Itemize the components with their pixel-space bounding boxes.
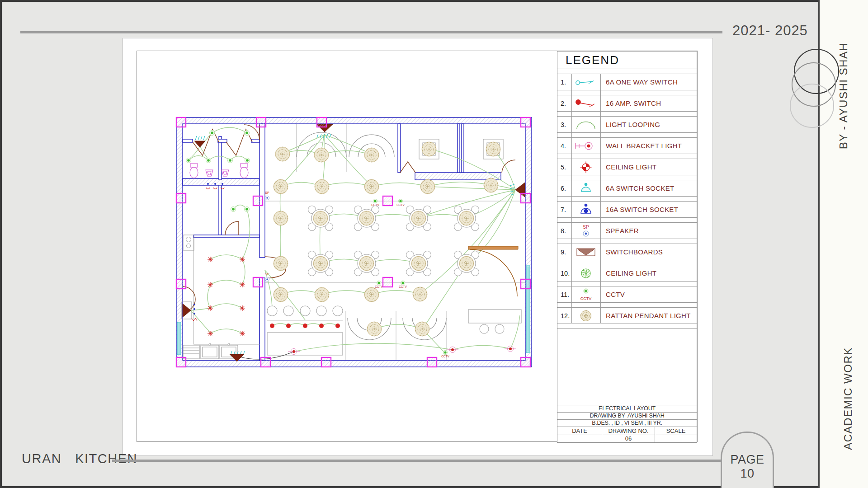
legend-item-label: LIGHT LOOPING xyxy=(600,121,697,128)
legend-item-number: 1. xyxy=(557,79,571,86)
project-title-word1: URAN xyxy=(22,451,61,466)
project-title-word2: KITCHEN xyxy=(75,451,137,466)
title-block-date-value xyxy=(557,435,602,442)
page-number: PAGE 10 xyxy=(722,453,773,481)
legend-item-label: 16 AMP. SWITCH xyxy=(600,99,697,107)
legend-row-spacer xyxy=(557,133,697,138)
legend-item-9: 9. SWITCHBOARDS xyxy=(557,244,697,260)
svg-text:SP: SP xyxy=(583,225,589,230)
legend-item-number: 3. xyxy=(557,121,571,128)
svg-text:CCTV: CCTV xyxy=(441,355,449,358)
legend-item-label: CCTV xyxy=(600,291,697,298)
legend-row-spacer xyxy=(557,324,697,329)
title-block-drawing-title: ELECTRICAL LAYOUT xyxy=(557,405,697,413)
legend-spacer xyxy=(557,69,697,74)
legend-item-8: 8.SP SPEAKER xyxy=(557,223,697,239)
legend-item-4: 4. WALL BRACKET LIGHT xyxy=(557,138,697,154)
legend-item-1: 1. 6A ONE WAY SWITCH xyxy=(557,74,697,90)
legend-item-7: 7. 16A SWITCH SOCKET xyxy=(557,202,697,218)
legend-row-spacer xyxy=(557,218,697,223)
legend-title: LEGEND xyxy=(557,52,697,69)
light-looping-icon xyxy=(571,117,600,132)
speaker-icon: SP xyxy=(571,223,600,239)
legend-item-6: 6. 6A SWITCH SOCKET xyxy=(557,180,697,197)
academic-work-vertical-text: ACADEMIC WORK xyxy=(841,326,855,471)
legend-item-12: 12. RATTAN PENDANT LIGHT xyxy=(557,308,697,324)
legend-item-label: RATTAN PENDANT LIGHT xyxy=(600,312,697,319)
one-way-switch-icon xyxy=(571,75,600,90)
legend-row-spacer xyxy=(557,112,697,117)
page-number-arch: PAGE 10 xyxy=(721,432,774,488)
title-block: ELECTRICAL LAYOUT DRAWING BY- AYUSHI SHA… xyxy=(557,405,697,442)
triple-circles-logo xyxy=(782,41,868,149)
svg-text:SP: SP xyxy=(265,272,269,276)
sixteen-amp-switch-icon xyxy=(571,96,600,111)
legend-row-spacer xyxy=(557,197,697,202)
svg-text:CCTV: CCTV xyxy=(399,285,407,288)
legend-items: 1. 6A ONE WAY SWITCH2. 16 AMP. SWITCH3.L… xyxy=(557,74,697,329)
legend-row-spacer xyxy=(557,303,697,308)
legend-item-label: CEILING LIGHT xyxy=(600,163,697,171)
legend-row-spacer xyxy=(557,90,697,95)
title-block-course: B.DES. , ID , VI SEM , III YR. xyxy=(557,420,697,427)
rattan-pendant-light-icon xyxy=(571,308,600,324)
svg-text:CCTV: CCTV xyxy=(375,285,383,288)
legend-item-2: 2. 16 AMP. SWITCH xyxy=(557,95,697,112)
legend-item-number: 11. xyxy=(557,291,571,298)
legend-item-label: CEILING LIGHT xyxy=(600,269,697,277)
footer-rule xyxy=(112,460,721,462)
legend-row-spacer xyxy=(557,260,697,265)
legend-item-10: 10. CEILING LIGHT xyxy=(557,265,697,282)
page-border-bottom xyxy=(0,486,820,488)
legend-item-label: SPEAKER xyxy=(600,227,697,235)
legend-row-spacer xyxy=(557,239,697,244)
title-block-scale-value xyxy=(655,435,697,442)
legend-item-number: 9. xyxy=(557,249,571,256)
svg-text:SP: SP xyxy=(265,191,269,194)
legend-item-number: 5. xyxy=(557,164,571,171)
wall-bracket-light-icon xyxy=(571,138,600,154)
legend-item-number: 12. xyxy=(557,312,571,319)
legend-column-line xyxy=(571,74,572,323)
electrical-floor-plan: CCTVCCTVCCTVCCTVCCTVSPSP xyxy=(175,117,533,370)
author-vertical-text: BY - AYUSHI SHAH xyxy=(837,23,850,168)
legend-item-number: 6. xyxy=(557,185,571,192)
legend-column-line xyxy=(600,74,601,323)
legend-item-3: 3.LIGHT LOOPING xyxy=(557,117,697,133)
page-border-top xyxy=(0,0,820,2)
legend-item-11: 11. CCTVCCTV xyxy=(557,286,697,303)
title-block-drawingno-value: 06 xyxy=(602,435,655,442)
header-rule xyxy=(20,31,722,33)
title-block-author: DRAWING BY- AYUSHI SHAH xyxy=(557,413,697,420)
legend-item-number: 2. xyxy=(557,100,571,107)
title-block-drawingno-header: DRAWING NO. xyxy=(602,427,655,435)
legend-row-spacer xyxy=(557,282,697,286)
legend-item-label: SWITCHBOARDS xyxy=(600,248,697,256)
title-block-scale-header: SCALE xyxy=(655,427,697,435)
ceiling-light-2-icon xyxy=(571,266,600,281)
legend-item-label: 6A ONE WAY SWITCH xyxy=(600,78,697,86)
svg-text:CCTV: CCTV xyxy=(371,203,379,206)
svg-text:CCTV: CCTV xyxy=(396,203,405,206)
title-block-date-header: DATE xyxy=(557,427,602,435)
legend-item-label: WALL BRACKET LIGHT xyxy=(600,142,697,150)
page-border-left xyxy=(0,0,2,488)
legend-item-label: 6A SWITCH SOCKET xyxy=(600,184,697,192)
legend-row-spacer xyxy=(557,154,697,159)
six-a-switch-socket-icon xyxy=(571,181,600,196)
cctv-icon: CCTV xyxy=(571,287,600,302)
legend-panel: LEGEND 1. 6A ONE WAY SWITCH2. 16 AMP. SW… xyxy=(557,51,697,443)
switchboard-icon xyxy=(571,244,600,260)
legend-row-spacer xyxy=(557,175,697,180)
legend-item-number: 10. xyxy=(557,270,571,277)
svg-text:CCTV: CCTV xyxy=(580,296,592,301)
legend-item-number: 7. xyxy=(557,206,571,213)
sixteen-a-switch-socket-icon xyxy=(571,202,600,217)
ceiling-light-icon xyxy=(571,160,600,175)
legend-item-5: 5. CEILING LIGHT xyxy=(557,159,697,175)
legend-item-label: 16A SWITCH SOCKET xyxy=(600,206,697,213)
legend-item-number: 8. xyxy=(557,227,571,235)
project-title: URANKITCHEN xyxy=(22,451,137,466)
year-range: 2021- 2025 xyxy=(732,23,808,39)
legend-item-number: 4. xyxy=(557,142,571,150)
